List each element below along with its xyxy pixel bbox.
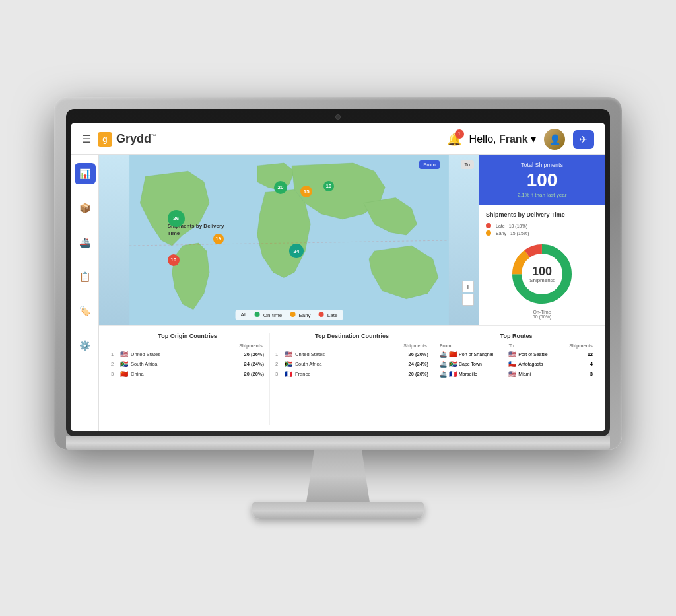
- bubble-latam[interactable]: 19: [213, 234, 224, 244]
- map-filter-from[interactable]: From: [419, 160, 440, 169]
- right-panel: Total Shipments 100 2.1% ↑ than last yea…: [479, 155, 605, 325]
- table-row: 3 🇨🇳 China 20 (20%): [111, 370, 264, 378]
- logo-text: Grydd™: [116, 132, 156, 146]
- top-origin-title: Top Origin Countries: [111, 333, 264, 339]
- zoom-controls: + −: [462, 281, 474, 306]
- legend-early[interactable]: Early: [290, 312, 310, 318]
- header: ☰ g Grydd™ 🔔 1: [71, 123, 605, 155]
- monitor-bottom: [66, 436, 610, 450]
- notification-bell[interactable]: 🔔 1: [447, 132, 461, 147]
- bubble-us[interactable]: 26: [168, 210, 185, 227]
- sidebar-item-shipments[interactable]: 📦: [75, 197, 96, 219]
- donut-ontime-label: On-Time50 (50%): [486, 310, 598, 319]
- bubble-europe[interactable]: 20: [274, 181, 287, 194]
- map-section: From To Shipments by DeliveryTime 26 20: [99, 155, 479, 325]
- top-row: From To Shipments by DeliveryTime 26 20: [99, 155, 605, 325]
- table-row: 🚢 🇨🇳 Port of Shanghai 🇺🇸 Port of Seattle: [440, 351, 593, 358]
- table-row: 1 🇺🇸 United States 26 (26%): [275, 351, 428, 358]
- donut-legend: Late 10 (10%) Early 15 (15%): [486, 223, 598, 236]
- donut-number: 100: [529, 265, 555, 277]
- sidebar-item-vessels[interactable]: 🚢: [75, 232, 96, 253]
- top-routes-title: Top Routes: [440, 333, 593, 339]
- content-area: From To Shipments by DeliveryTime 26 20: [99, 155, 605, 431]
- map-legend: All On-time Early: [236, 310, 343, 320]
- donut-chart-title: Shipments by Delivery Time: [486, 211, 598, 218]
- legend-late[interactable]: Late: [319, 312, 338, 318]
- table-row: 🚢 🇿🇦 Cape Town 🇨🇱 Antofagasta: [440, 360, 593, 368]
- sidebar-item-orders[interactable]: 📋: [75, 266, 96, 287]
- legend-early: Early 15 (15%): [486, 230, 598, 236]
- top-destination-section: Top Destination Countries Shipments 1 🇺🇸…: [270, 333, 434, 425]
- legend-ontime[interactable]: On-time: [254, 312, 282, 318]
- table-row: 1 🇺🇸 United States 26 (26%): [111, 351, 264, 358]
- zoom-in[interactable]: +: [462, 281, 474, 292]
- map-filter-to[interactable]: To: [461, 160, 474, 169]
- top-origin-header: Shipments: [111, 343, 264, 348]
- total-shipments-title: Total Shipments: [489, 162, 595, 168]
- legend-all[interactable]: All: [241, 312, 247, 318]
- donut-chart: 100 Shipments: [509, 241, 575, 307]
- notification-badge: 1: [455, 129, 464, 139]
- top-destination-title: Top Destination Countries: [275, 333, 428, 339]
- total-shipments-change: 2.1% ↑ than last year: [489, 192, 595, 198]
- logo: g Grydd™: [98, 132, 156, 147]
- sidebar-item-settings[interactable]: ⚙️: [75, 335, 96, 356]
- top-origin-section: Top Origin Countries Shipments 1 🇺🇸 Unit…: [106, 333, 270, 425]
- table-row: 🚢 🇫🇷 Marseille 🇺🇸 Miami: [440, 370, 593, 378]
- main-content: 📊 📦 🚢 📋 🏷️ ⚙️: [71, 155, 605, 431]
- table-row: 2 🇿🇦 South Africa 24 (24%): [275, 360, 428, 368]
- header-right: 🔔 1 Hello, Frank ▾ 👤 ✈: [447, 129, 594, 150]
- table-row: 2 🇿🇦 South Africa 24 (24%): [111, 360, 264, 368]
- donut-section: Shipments by Delivery Time Late 10 (10%): [479, 205, 605, 325]
- total-shipments-count: 100: [489, 171, 595, 189]
- menu-icon[interactable]: ☰: [82, 133, 91, 145]
- legend-late: Late 10 (10%): [486, 223, 598, 228]
- bubble-africa[interactable]: 24: [289, 244, 304, 258]
- zoom-out[interactable]: −: [462, 294, 474, 306]
- stand-base: [252, 502, 424, 519]
- user-greeting-text: Hello, Frank ▾: [469, 133, 536, 145]
- send-button[interactable]: ✈: [573, 130, 594, 149]
- top-routes-section: Top Routes From To Shipments 🚢: [434, 333, 598, 425]
- top-destination-header: Shipments: [275, 343, 428, 348]
- total-shipments-card: Total Shipments 100 2.1% ↑ than last yea…: [479, 155, 605, 205]
- bottom-row: Top Origin Countries Shipments 1 🇺🇸 Unit…: [99, 325, 605, 431]
- stand-neck: [298, 450, 378, 502]
- donut-center: 100 Shipments: [529, 265, 555, 283]
- sidebar: 📊 📦 🚢 📋 🏷️ ⚙️: [71, 155, 99, 431]
- bubble-asia[interactable]: 10: [323, 181, 334, 191]
- camera: [335, 114, 341, 120]
- sidebar-item-dashboard[interactable]: 📊: [75, 163, 96, 184]
- avatar[interactable]: 👤: [544, 129, 565, 150]
- donut-label: Shipments: [529, 277, 555, 283]
- bubble-sa[interactable]: 10: [168, 254, 180, 266]
- donut-wrapper: 100 Shipments: [486, 241, 598, 307]
- header-left: ☰ g Grydd™: [82, 132, 156, 147]
- sidebar-item-tags[interactable]: 🏷️: [75, 300, 96, 322]
- routes-header: From To Shipments: [440, 343, 593, 348]
- table-row: 3 🇫🇷 France 20 (20%): [275, 370, 428, 378]
- logo-icon: g: [98, 132, 112, 147]
